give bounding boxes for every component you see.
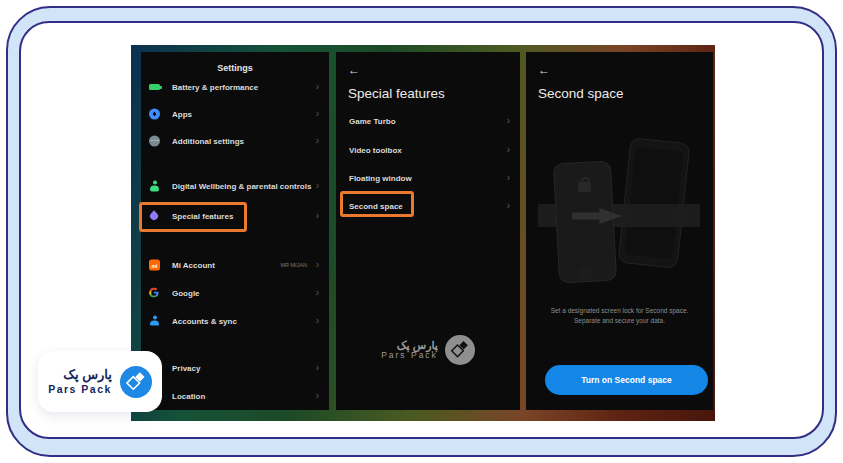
settings-row-location[interactable]: Location › bbox=[141, 386, 329, 406]
parspack-logo-icon bbox=[445, 335, 475, 365]
second-space-illustration bbox=[544, 140, 694, 300]
chevron-right-icon: › bbox=[507, 173, 510, 183]
row-label: Google bbox=[172, 289, 200, 298]
chevron-right-icon: › bbox=[507, 116, 510, 126]
accounts-sync-icon bbox=[149, 316, 160, 327]
settings-row-mi-account[interactable]: mi Mi Account MR MIJAN › bbox=[141, 255, 329, 275]
brand-logo-fa: پارس پک bbox=[48, 368, 112, 383]
back-arrow-icon[interactable]: ← bbox=[538, 64, 550, 76]
mi-logo-text: mi bbox=[152, 262, 158, 268]
digital-wellbeing-icon bbox=[149, 181, 160, 192]
chevron-right-icon: › bbox=[316, 211, 319, 221]
chevron-right-icon: › bbox=[316, 391, 319, 401]
settings-row-additional-settings[interactable]: Additional settings › bbox=[141, 131, 329, 151]
feature-row-game-turbo[interactable]: Game Turbo › bbox=[336, 112, 520, 130]
chevron-right-icon: › bbox=[316, 316, 319, 326]
settings-row-battery-performance[interactable]: Battery & performance › bbox=[141, 77, 329, 97]
mi-account-value: MR MIJAN bbox=[280, 262, 307, 268]
apps-icon bbox=[149, 109, 160, 120]
settings-row-accounts-sync[interactable]: Accounts & sync › bbox=[141, 311, 329, 331]
row-label: Apps bbox=[172, 110, 192, 119]
row-label: Video toolbox bbox=[349, 146, 402, 155]
brand-logo-en: Pars Pack bbox=[48, 383, 112, 396]
highlight-box-special-features bbox=[139, 202, 247, 232]
phone-screenshots-composite: Settings Battery & performance › Apps › … bbox=[131, 45, 715, 421]
page-title: Settings bbox=[141, 63, 329, 73]
watermark-logo-en: Pars Pack bbox=[381, 351, 438, 361]
row-label: Mi Account bbox=[172, 261, 215, 270]
tutorial-image: Settings Battery & performance › Apps › … bbox=[0, 0, 843, 463]
row-label: Digital Wellbeing & parental controls bbox=[172, 182, 311, 191]
feature-row-floating-window[interactable]: Floating window › bbox=[336, 169, 520, 187]
back-arrow-icon[interactable]: ← bbox=[348, 64, 360, 76]
chevron-right-icon: › bbox=[316, 181, 319, 191]
page-title: Special features bbox=[348, 86, 445, 101]
chevron-right-icon: › bbox=[316, 260, 319, 270]
settings-row-privacy[interactable]: Privacy › bbox=[141, 358, 329, 378]
lock-icon bbox=[578, 182, 591, 192]
google-icon bbox=[149, 288, 160, 299]
parspack-brand-badge: پارس پک Pars Pack bbox=[38, 351, 162, 412]
chevron-right-icon: › bbox=[316, 136, 319, 146]
highlight-box-second-space bbox=[340, 191, 414, 217]
row-label: Additional settings bbox=[172, 137, 244, 146]
phone-back-shape bbox=[618, 137, 691, 269]
row-label: Location bbox=[172, 392, 205, 401]
second-space-description: Set a designated screen lock for Second … bbox=[532, 306, 707, 326]
row-label: Game Turbo bbox=[349, 117, 396, 126]
settings-row-digital-wellbeing[interactable]: Digital Wellbeing & parental controls › bbox=[141, 176, 329, 196]
chevron-right-icon: › bbox=[316, 288, 319, 298]
brand-text: پارس پک Pars Pack bbox=[48, 368, 112, 396]
chevron-right-icon: › bbox=[507, 145, 510, 155]
special-features-screen: ← Special features Game Turbo › Video to… bbox=[336, 52, 520, 410]
additional-settings-icon bbox=[149, 136, 160, 147]
row-label: Floating window bbox=[349, 174, 412, 183]
watermark-text: پارس پک Pars Pack bbox=[381, 339, 438, 361]
second-space-screen: ← Second space Set a designated screen l… bbox=[526, 52, 713, 410]
description-line-2: Separate and secure your data. bbox=[532, 316, 707, 326]
chevron-right-icon: › bbox=[316, 82, 319, 92]
settings-row-google[interactable]: Google › bbox=[141, 283, 329, 303]
row-label: Accounts & sync bbox=[172, 317, 237, 326]
description-line-1: Set a designated screen lock for Second … bbox=[532, 306, 707, 316]
parspack-logo-icon bbox=[120, 366, 152, 398]
feature-row-video-toolbox[interactable]: Video toolbox › bbox=[336, 141, 520, 159]
turn-on-second-space-button[interactable]: Turn on Second space bbox=[545, 365, 708, 395]
chevron-right-icon: › bbox=[507, 201, 510, 211]
battery-icon bbox=[149, 84, 160, 90]
watermark: پارس پک Pars Pack bbox=[336, 335, 520, 365]
chevron-right-icon: › bbox=[316, 363, 319, 373]
row-label: Battery & performance bbox=[172, 83, 258, 92]
home-button-shape bbox=[580, 268, 589, 277]
chevron-right-icon: › bbox=[316, 109, 319, 119]
settings-screen: Settings Battery & performance › Apps › … bbox=[141, 52, 329, 410]
settings-row-apps[interactable]: Apps › bbox=[141, 104, 329, 124]
mi-account-icon: mi bbox=[149, 260, 160, 271]
page-title: Second space bbox=[538, 86, 624, 101]
row-label: Privacy bbox=[172, 364, 200, 373]
